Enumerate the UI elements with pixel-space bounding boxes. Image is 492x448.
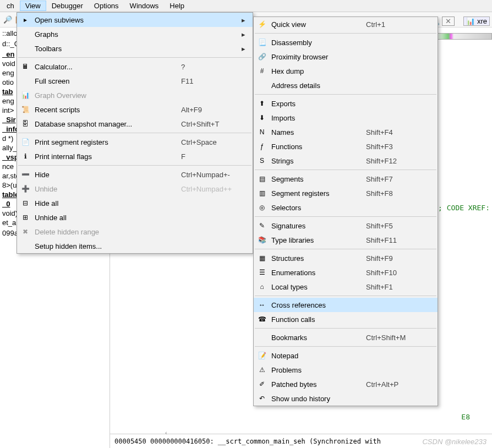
menu-item-label: Segment registers <box>271 189 366 198</box>
subview-bookmarks[interactable]: BookmarksCtrl+Shift+M <box>254 330 438 345</box>
patch-icon: ✐ <box>256 379 268 389</box>
menu-item-shortcut: Alt+F9 <box>181 106 242 114</box>
navigation-band[interactable] <box>437 33 492 40</box>
subview-segment-registers[interactable]: ▥Segment registersShift+F8 <box>254 186 438 200</box>
xref-icon: ↔ <box>256 300 268 310</box>
subview-type-libraries[interactable]: 📚Type librariesShift+F11 <box>254 233 438 247</box>
view-setup-hidden-items-[interactable]: Setup hidden items... <box>17 239 253 253</box>
subview-disassembly[interactable]: 📃Disassembly <box>254 35 438 50</box>
view-menu: ▸Open subviews▸Graphs▸Toolbars▸🖩Calculat… <box>17 12 253 254</box>
menu-item-shortcut: Ctrl+Shift+M <box>366 334 427 342</box>
view-separator <box>18 133 252 133</box>
view-full-screen[interactable]: Full screenF11 <box>17 74 253 88</box>
menu-debugger[interactable]: Debugger <box>46 1 89 11</box>
subview-separator <box>255 170 436 170</box>
view-recent-scripts[interactable]: 📜Recent scriptsAlt+F9 <box>17 102 253 117</box>
enum-icon: ☰ <box>256 267 268 277</box>
menu-item-label: Strings <box>271 157 366 165</box>
tab-xrefs[interactable]: 📊 xre <box>463 17 490 26</box>
menu-item-label: Disassembly <box>271 39 366 47</box>
subview-strings[interactable]: SStringsShift+F12 <box>254 154 438 168</box>
view-hide[interactable]: ➖HideCtrl+Numpad+- <box>17 167 253 182</box>
menu-item-shortcut: Ctrl+1 <box>366 20 427 29</box>
view-graphs[interactable]: Graphs▸ <box>17 27 253 41</box>
view-print-segment-registers[interactable]: 📄Print segment registersCtrl+Space <box>17 135 253 149</box>
subview-enumerations[interactable]: ☰EnumerationsShift+F10 <box>254 265 438 280</box>
menu-item-shortcut: Shift+F12 <box>366 157 427 165</box>
subview-structures[interactable]: ▦StructuresShift+F9 <box>254 251 438 265</box>
subview-signatures[interactable]: ✎SignaturesShift+F5 <box>254 218 438 233</box>
menu-item-label: Proximity browser <box>271 53 366 61</box>
menu-item-label: Bookmarks <box>271 334 366 342</box>
menu-item-label: Open subviews <box>35 16 181 24</box>
subview-selectors[interactable]: ◎Selectors <box>254 200 438 215</box>
view-calculator-[interactable]: 🖩Calculator...? <box>17 59 253 74</box>
view-delete-hidden-range: ✖Delete hidden range <box>17 225 253 239</box>
subview-function-calls[interactable]: ☎Function calls <box>254 312 438 326</box>
view-hide-all[interactable]: ⊟Hide all <box>17 196 253 210</box>
menu-item-label: Problems <box>271 366 366 374</box>
menu-view[interactable]: View <box>20 1 46 11</box>
blank-icon <box>256 332 268 342</box>
subview-exports[interactable]: ⬆Exports <box>254 96 438 111</box>
struct-icon: ▦ <box>256 253 268 263</box>
menu-item-label: Type libraries <box>271 236 366 244</box>
blank-icon <box>256 80 268 90</box>
subview-imports[interactable]: ⬇Imports <box>254 111 438 125</box>
reg-icon: 📄 <box>19 137 31 147</box>
undo-icon: ↶ <box>256 394 268 403</box>
menu-item-label: Local types <box>271 283 366 291</box>
submenu-arrow-icon: ▸ <box>242 45 248 53</box>
subview-show-undo-history[interactable]: ↶Show undo history <box>254 391 438 406</box>
subview-segments[interactable]: ▤SegmentsShift+F7 <box>254 172 438 186</box>
subview-names[interactable]: NNamesShift+F4 <box>254 125 438 139</box>
view-unhide: ➕UnhideCtrl+Numpad++ <box>17 182 253 196</box>
toolbar-icon-search[interactable]: 🔎 <box>3 15 12 24</box>
menu-ch[interactable]: ch <box>1 1 20 11</box>
note-icon: 📝 <box>256 351 268 360</box>
close-button[interactable]: ✕ <box>442 17 455 26</box>
imp-icon: ⬇ <box>256 113 268 123</box>
blank-icon <box>19 241 31 251</box>
menu-windows[interactable]: Windows <box>124 1 165 11</box>
view-database-snapshot-manager-[interactable]: 🗄Database snapshot manager...Ctrl+Shift+… <box>17 117 253 131</box>
menu-item-label: Calculator... <box>35 63 181 71</box>
menu-item-label: Recent scripts <box>35 106 181 114</box>
menu-item-label: Delete hidden range <box>35 228 181 236</box>
subview-address-details[interactable]: Address details <box>254 78 438 92</box>
names-icon: N <box>256 127 268 137</box>
subview-functions[interactable]: ƒFunctionsShift+F3 <box>254 139 438 154</box>
menu-help[interactable]: Help <box>164 1 190 11</box>
view-toolbars[interactable]: Toolbars▸ <box>17 41 253 56</box>
menu-item-label: Cross references <box>271 301 366 309</box>
subview-hex-dump[interactable]: #Hex dump <box>254 64 438 78</box>
subview-patched-bytes[interactable]: ✐Patched bytesCtrl+Alt+P <box>254 377 438 391</box>
view-open-subviews[interactable]: ▸Open subviews▸ <box>17 13 253 27</box>
menu-item-label: Show undo history <box>271 395 366 403</box>
menu-options[interactable]: Options <box>89 1 124 11</box>
subview-cross-references[interactable]: ↔Cross references <box>254 298 438 312</box>
menu-item-label: Names <box>271 128 366 136</box>
menu-item-shortcut: Ctrl+Space <box>181 138 242 146</box>
menubar: chViewDebuggerOptionsWindowsHelp <box>0 0 492 12</box>
code-xref-comment: ; CODE XREF: <box>438 204 492 212</box>
view-unhide-all[interactable]: ⊞Unhide all <box>17 210 253 225</box>
minus-icon: ➖ <box>19 170 31 179</box>
subview-separator <box>255 94 436 95</box>
info-icon: ℹ <box>19 151 31 161</box>
subview-problems[interactable]: ⚠Problems <box>254 363 438 377</box>
plus-icon: ➕ <box>19 184 31 194</box>
subview-separator <box>255 328 436 329</box>
subview-local-types[interactable]: ⌂Local typesShift+F1 <box>254 280 438 294</box>
view-print-internal-flags[interactable]: ℹPrint internal flagsF <box>17 149 253 163</box>
subview-notepad[interactable]: 📝Notepad <box>254 348 438 363</box>
subview-separator <box>255 296 436 296</box>
subview-proximity-browser[interactable]: 🔗Proximity browser <box>254 50 438 64</box>
menu-item-shortcut: Shift+F4 <box>366 128 427 136</box>
subview-quick-view[interactable]: ⚡Quick viewCtrl+1 <box>254 17 438 31</box>
menu-item-label: Hide all <box>35 199 181 207</box>
menu-item-label: Address details <box>271 81 366 90</box>
func-icon: ƒ <box>256 141 268 151</box>
horizontal-scroll-left[interactable]: ‹ <box>165 429 167 436</box>
menu-item-label: Setup hidden items... <box>35 242 181 250</box>
